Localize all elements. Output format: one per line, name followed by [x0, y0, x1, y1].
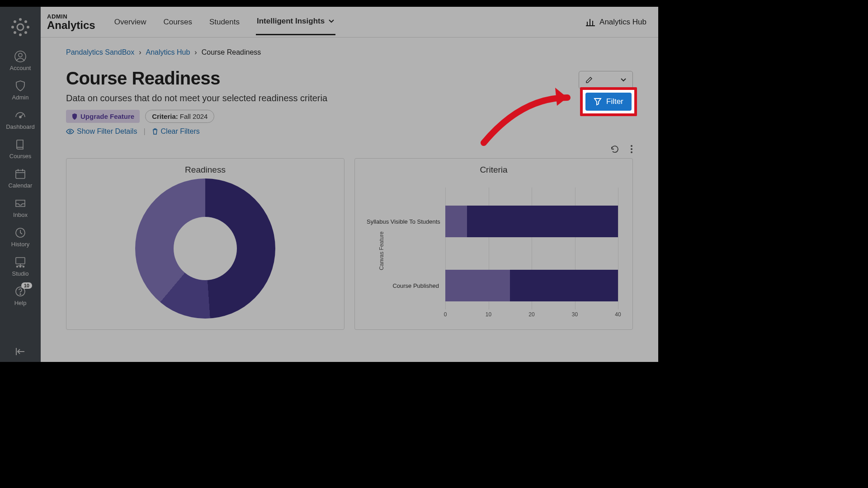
x-tick: 10	[486, 311, 491, 318]
tab-intelligent-insights[interactable]: Intelligent Insights	[256, 17, 335, 35]
page-subtitle: Data on courses that do not meet your se…	[66, 93, 579, 103]
nav-account[interactable]: Account	[0, 47, 41, 76]
nav-dashboard[interactable]: Dashboard	[0, 105, 41, 135]
tab-overview[interactable]: Overview	[113, 18, 147, 35]
svg-point-21	[20, 266, 21, 267]
nav-label: Dashboard	[6, 123, 35, 130]
tab-students[interactable]: Students	[208, 18, 241, 35]
svg-point-10	[19, 53, 22, 57]
svg-point-24	[20, 294, 21, 295]
nav-label: Inbox	[13, 211, 28, 218]
canvas-logo	[10, 17, 31, 38]
page-title: Course Readiness	[66, 68, 579, 89]
chevron-down-icon	[621, 78, 626, 82]
collapse-rail-button[interactable]	[0, 347, 41, 357]
nav-label: Calendar	[9, 182, 33, 189]
bar-chart-icon	[586, 18, 595, 26]
link-label: Show Filter Details	[77, 127, 137, 136]
clear-filters-link[interactable]: Clear Filters	[152, 127, 200, 136]
eye-icon	[66, 128, 74, 135]
calendar-icon	[14, 168, 27, 180]
card-title: Readiness	[75, 165, 335, 175]
global-nav-rail: Account Admin Dashboard Courses	[0, 7, 41, 362]
shield-icon	[14, 80, 27, 92]
shield-plus-icon	[71, 113, 78, 120]
tab-courses[interactable]: Courses	[163, 18, 193, 35]
svg-point-2	[11, 26, 14, 28]
svg-point-31	[631, 145, 632, 147]
crumb-sandbox[interactable]: Pandalytics SandBox	[66, 48, 134, 56]
nav-history[interactable]: History	[0, 223, 41, 252]
svg-point-3	[27, 26, 29, 28]
svg-point-8	[17, 24, 24, 30]
brand: ADMIN Analytics	[47, 13, 95, 31]
show-filter-details-link[interactable]: Show Filter Details	[66, 127, 137, 136]
gauge-icon	[14, 109, 27, 122]
nav-help[interactable]: 10 Help	[0, 282, 41, 311]
svg-point-33	[631, 151, 632, 153]
top-tabs: Overview Courses Students Intelligent In…	[113, 9, 335, 35]
bar-segment	[510, 270, 618, 301]
chevron-right-icon: ›	[194, 48, 197, 56]
bar-segment	[467, 206, 618, 237]
svg-point-0	[19, 18, 22, 21]
pencil-icon	[585, 76, 593, 84]
svg-point-7	[24, 31, 27, 34]
nav-label: Admin	[12, 94, 29, 101]
readiness-donut-chart	[135, 178, 275, 319]
svg-point-5	[24, 20, 27, 23]
x-tick: 20	[528, 311, 534, 318]
chip-label: Upgrade Feature	[80, 113, 134, 120]
chip-value: Fall 2024	[180, 113, 208, 120]
help-badge: 10	[21, 282, 32, 289]
user-circle-icon	[14, 50, 27, 63]
svg-point-22	[23, 266, 24, 267]
x-tick: 30	[572, 311, 578, 318]
more-menu-button[interactable]	[630, 145, 633, 154]
nav-courses[interactable]: Courses	[0, 135, 41, 164]
svg-point-1	[19, 33, 22, 36]
criteria-chip[interactable]: Criteria:Fall 2024	[145, 110, 214, 123]
breadcrumb: Pandalytics SandBox › Analytics Hub › Co…	[66, 48, 633, 56]
chevron-down-icon	[328, 19, 335, 23]
svg-rect-19	[16, 258, 25, 264]
criteria-bar-chart: Canvas Feature Syllabus Visible To Stude…	[364, 178, 623, 323]
svg-line-12	[20, 114, 23, 117]
studio-icon	[14, 256, 27, 268]
crumb-analytics-hub[interactable]: Analytics Hub	[146, 48, 190, 56]
x-tick: 40	[615, 311, 621, 318]
nav-inbox[interactable]: Inbox	[0, 193, 41, 223]
crumb-current: Course Readiness	[202, 48, 261, 56]
brand-big: Analytics	[47, 20, 95, 31]
svg-point-32	[631, 148, 632, 150]
main-panel: ADMIN Analytics Overview Courses Student…	[41, 7, 658, 362]
nav-calendar[interactable]: Calendar	[0, 164, 41, 193]
nav-label: Courses	[9, 153, 31, 160]
upgrade-feature-chip[interactable]: Upgrade Feature	[66, 110, 140, 123]
secondary-dropdown-button[interactable]	[579, 71, 633, 89]
svg-point-6	[14, 31, 16, 34]
refresh-button[interactable]	[610, 145, 619, 154]
svg-point-20	[17, 266, 18, 267]
nav-label: History	[11, 241, 29, 248]
chip-key: Criteria:	[152, 113, 178, 120]
hub-link-label: Analytics Hub	[599, 18, 646, 27]
y-axis-label: Canvas Feature	[378, 231, 385, 270]
clock-icon	[14, 226, 27, 239]
nav-label: Help	[14, 300, 27, 306]
bar-segment	[445, 270, 510, 301]
svg-point-30	[69, 131, 71, 132]
analytics-hub-link[interactable]: Analytics Hub	[586, 18, 646, 27]
svg-rect-14	[16, 170, 25, 178]
nav-studio[interactable]: Studio	[0, 252, 41, 282]
filter-button-label: Filter	[606, 97, 623, 106]
criteria-card: Criteria Canvas Feature Syllabus Visible…	[354, 158, 633, 330]
readiness-card: Readiness	[66, 158, 344, 330]
filter-button[interactable]: Filter	[585, 93, 632, 111]
svg-point-4	[14, 20, 16, 23]
link-label: Clear Filters	[161, 127, 200, 136]
nav-label: Account	[10, 65, 31, 71]
nav-admin[interactable]: Admin	[0, 76, 41, 105]
inbox-icon	[14, 197, 27, 210]
trash-icon	[152, 128, 158, 135]
